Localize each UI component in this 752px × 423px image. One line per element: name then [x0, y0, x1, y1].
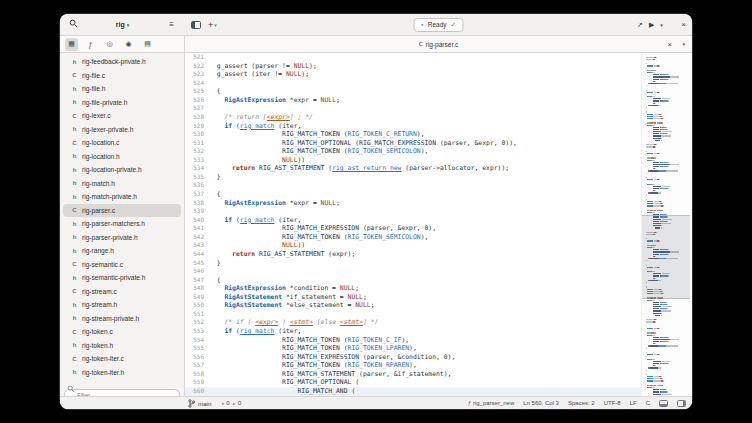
- cursor-position[interactable]: Ln 560, Col 3: [523, 400, 559, 406]
- code-line[interactable]: 524: [185, 79, 641, 88]
- code-line[interactable]: 533 NULL)): [185, 156, 641, 165]
- project-tree-icon[interactable]: ▦: [65, 38, 78, 51]
- tab-menu-chevron-icon[interactable]: ▾: [682, 41, 685, 47]
- code-line[interactable]: 544 return RIG_AST_STATEMENT (expr);: [185, 250, 641, 259]
- code-line[interactable]: 523 g_assert (iter != NULL);: [185, 70, 641, 79]
- debug-icon[interactable]: ◉: [122, 38, 135, 51]
- menu-button[interactable]: ≡: [164, 18, 179, 32]
- file-item[interactable]: Crig-token.c: [63, 325, 181, 339]
- file-item[interactable]: hrig-file.h: [63, 82, 181, 96]
- language-mode[interactable]: C: [646, 400, 650, 406]
- file-item[interactable]: hrig-token-iter.h: [63, 366, 181, 380]
- code-line[interactable]: 530 RIG_MATCH_TOKEN (RIG_TOKEN_C_RETURN)…: [185, 130, 641, 139]
- code-line[interactable]: 541 RIG_MATCH_EXPRESSION (parser, &expr,…: [185, 224, 641, 233]
- code-line[interactable]: 539: [185, 207, 641, 216]
- code-line[interactable]: 543 NULL)): [185, 241, 641, 250]
- minimap[interactable]: [641, 53, 690, 396]
- file-item[interactable]: hrig-file-private.h: [63, 96, 181, 110]
- code-line[interactable]: 532 RIG_MATCH_TOKEN (RIG_TOKEN_SEMICOLON…: [185, 147, 641, 156]
- code-line[interactable]: 556 RIG_MATCH_EXPRESSION (parser, &condi…: [185, 353, 641, 362]
- code-line[interactable]: 553 if (rig_match (iter,: [185, 327, 641, 336]
- code-line[interactable]: 549 RigAstStatement *if_statement = NULL…: [185, 293, 641, 302]
- tab-close-icon[interactable]: ×: [668, 40, 672, 49]
- minimap-viewport[interactable]: [642, 215, 690, 299]
- indent-mode[interactable]: Spaces: 2: [568, 400, 595, 406]
- code-line[interactable]: 545 }: [185, 259, 641, 268]
- file-item[interactable]: hrig-match.h: [63, 177, 181, 191]
- code-line[interactable]: 526 RigAstExpression *expr = NULL;: [185, 96, 641, 105]
- bottom-panel-toggle-icon[interactable]: [659, 400, 668, 407]
- build-status-button[interactable]: ● Ready ✓: [413, 18, 464, 32]
- code-line[interactable]: 546: [185, 267, 641, 276]
- code-line[interactable]: 528 /* return [<expr>] ; */: [185, 113, 641, 122]
- code-line[interactable]: 552 /* if ( <expr> ) <stmt> [else <stmt>…: [185, 318, 641, 327]
- right-panel-toggle-icon[interactable]: [677, 400, 686, 407]
- line-ending[interactable]: LF: [630, 400, 637, 406]
- file-item[interactable]: Crig-stream.c: [63, 285, 181, 299]
- file-item[interactable]: hrig-range.h: [63, 244, 181, 258]
- code-line[interactable]: 557 RIG_MATCH_TOKEN (RIG_TOKEN_RPAREN),: [185, 361, 641, 370]
- plus-icon: +: [208, 20, 213, 30]
- project-menu-button[interactable]: rig ▾: [116, 21, 129, 28]
- code-line[interactable]: 525 {: [185, 87, 641, 96]
- code-line[interactable]: 548 RigAstExpression *condition = NULL;: [185, 284, 641, 293]
- code-line[interactable]: 534 return RIG_AST_STATEMENT (rig_ast_re…: [185, 164, 641, 173]
- code-line[interactable]: 560 RIG_MATCH_AND (: [185, 387, 641, 396]
- symbol-context[interactable]: ƒ rig_parser_new: [468, 400, 515, 406]
- file-item[interactable]: Crig-parser.c: [63, 204, 181, 218]
- file-item[interactable]: Crig-location.c: [63, 136, 181, 150]
- run-options-chevron-icon[interactable]: ▾: [660, 22, 663, 28]
- todo-icon[interactable]: ▤: [141, 38, 154, 51]
- search-panel-icon[interactable]: ◎: [103, 38, 116, 51]
- run-button[interactable]: ▶: [649, 21, 654, 29]
- code-line[interactable]: 521: [185, 53, 641, 62]
- code-line[interactable]: 540 if (rig_match (iter,: [185, 216, 641, 225]
- file-item[interactable]: hrig-parser-private.h: [63, 231, 181, 245]
- code-line[interactable]: 527: [185, 104, 641, 113]
- encoding[interactable]: UTF-8: [604, 400, 621, 406]
- file-item[interactable]: hrig-location.h: [63, 150, 181, 164]
- file-item[interactable]: Crig-lexer.c: [63, 109, 181, 123]
- filter-input[interactable]: [64, 389, 180, 396]
- code-line[interactable]: 537 {: [185, 190, 641, 199]
- file-item[interactable]: hrig-match-private.h: [63, 190, 181, 204]
- file-item[interactable]: hrig-lexer-private.h: [63, 123, 181, 137]
- code-line[interactable]: 535 }: [185, 173, 641, 182]
- code-line[interactable]: 531 RIG_MATCH_OPTIONAL (RIG_MATCH_EXPRES…: [185, 139, 641, 148]
- code-line[interactable]: 542 RIG_MATCH_TOKEN (RIG_TOKEN_SEMICOLON…: [185, 233, 641, 242]
- window-close-button[interactable]: ×: [681, 20, 686, 29]
- code-line[interactable]: 551: [185, 310, 641, 319]
- file-item[interactable]: hrig-token.h: [63, 339, 181, 353]
- tab-rig-parser[interactable]: C rig-parser.c: [419, 41, 459, 48]
- code-line[interactable]: 558 RIG_MATCH_STATEMENT (parser, &if_sta…: [185, 370, 641, 379]
- code-editor[interactable]: 521522 g_assert (parser != NULL);523 g_a…: [185, 53, 692, 396]
- file-item[interactable]: hrig-location-private.h: [63, 163, 181, 177]
- file-item[interactable]: hrig-stream.h: [63, 298, 181, 312]
- symbols-icon[interactable]: ƒ: [84, 38, 97, 51]
- file-item[interactable]: hrig-stream-private.h: [63, 312, 181, 326]
- diagnostics-button[interactable]: ● 0 ▲ 0: [221, 400, 241, 406]
- file-item[interactable]: Crig-token-iter.c: [63, 352, 181, 366]
- code-line[interactable]: 555 RIG_MATCH_TOKEN (RIG_TOKEN_LPAREN),: [185, 344, 641, 353]
- code-line[interactable]: 522 g_assert (parser != NULL);: [185, 62, 641, 71]
- file-item[interactable]: Crig-file.c: [63, 69, 181, 83]
- file-item[interactable]: hrig-semantic-private.h: [63, 271, 181, 285]
- file-item[interactable]: hrig-feedback-private.h: [63, 55, 181, 69]
- search-button[interactable]: [66, 18, 81, 32]
- launch-icon[interactable]: ↗: [637, 21, 643, 29]
- code-line[interactable]: 529 if (rig_match (iter,: [185, 122, 641, 131]
- branch-button[interactable]: main: [188, 399, 211, 408]
- code-line[interactable]: 554 RIG_MATCH_TOKEN (RIG_TOKEN_C_IF),: [185, 336, 641, 345]
- code-line[interactable]: 538 RigAstExpression *expr = NULL;: [185, 199, 641, 208]
- file-type-icon: h: [71, 248, 78, 254]
- file-item[interactable]: hrig-parser-matchers.h: [63, 217, 181, 231]
- new-page-button[interactable]: + ▾: [208, 20, 217, 30]
- code-line[interactable]: 536: [185, 181, 641, 190]
- panel-toggle-icon[interactable]: [191, 21, 201, 29]
- code-text: return RIG_AST_STATEMENT (expr);: [209, 250, 355, 259]
- code-line[interactable]: 547 {: [185, 276, 641, 285]
- file-name: rig-stream-private.h: [82, 315, 139, 322]
- code-line[interactable]: 550 RigAstStatement *else_statement = NU…: [185, 301, 641, 310]
- code-line[interactable]: 559 RIG_MATCH_OPTIONAL (: [185, 378, 641, 387]
- file-item[interactable]: Crig-semantic.c: [63, 258, 181, 272]
